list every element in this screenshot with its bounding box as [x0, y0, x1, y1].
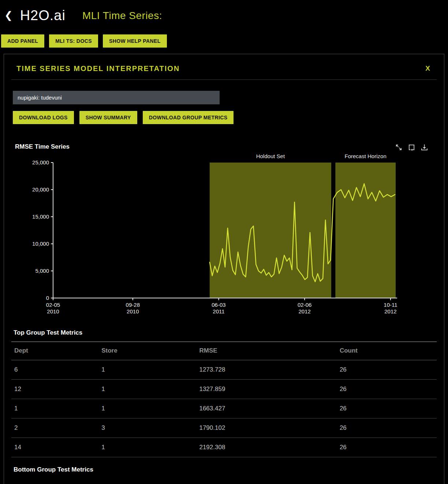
panel-title: TIME SERIES MODEL INTERPRETATION [16, 64, 180, 73]
table-cell: 1 [98, 360, 196, 379]
reset-axes-icon[interactable] [407, 143, 416, 152]
table-cell: 12 [11, 379, 98, 399]
download-group-metrics-button[interactable]: DOWNLOAD GROUP METRICS [143, 111, 234, 124]
back-icon[interactable]: ❮ [4, 11, 13, 21]
rmse-time-series-chart[interactable]: Holdout SetForecast Horizon05,00010,0001… [11, 152, 436, 314]
table-row: 611273.72826 [11, 360, 437, 379]
column-header: Store [98, 342, 196, 360]
chart-modebar [395, 143, 429, 152]
column-header: Count [337, 342, 437, 360]
page-title: MLI Time Series: [82, 10, 162, 22]
y-tick-label: 5,000 [35, 268, 49, 274]
top-toolbar: ADD PANEL MLI TS: DOCS SHOW HELP PANEL [1, 34, 448, 48]
show-help-panel-button[interactable]: SHOW HELP PANEL [103, 34, 167, 48]
x-tick-label-date: 02-05 [46, 302, 60, 308]
column-header: RMSE [196, 342, 336, 360]
chart-region-label: Holdout Set [256, 153, 285, 159]
x-tick-label-date: 09-28 [126, 302, 140, 308]
x-tick-label-year: 2012 [299, 308, 311, 314]
table-cell: 1790.102 [196, 418, 336, 438]
rmse-chart-block: RMSE Time Series [11, 143, 437, 314]
time-series-interpretation-panel: TIME SERIES MODEL INTERPRETATION X DOWNL… [4, 54, 444, 484]
x-tick-label-year: 2010 [47, 308, 59, 314]
table-cell: 26 [337, 360, 437, 379]
group-search-input[interactable] [13, 91, 220, 104]
x-tick-label-year: 2011 [213, 308, 224, 314]
show-summary-button[interactable]: SHOW SUMMARY [79, 111, 137, 124]
chart-region [335, 163, 396, 298]
y-tick-label: 0 [46, 295, 49, 301]
table-cell: 1327.859 [196, 379, 336, 399]
y-tick-label: 20,000 [32, 186, 49, 193]
table-cell: 1663.427 [196, 399, 336, 418]
table-row: 111663.42726 [11, 399, 437, 418]
table-cell: 6 [11, 360, 98, 379]
panel-header: TIME SERIES MODEL INTERPRETATION X [11, 62, 437, 80]
table-row: 231790.10226 [11, 418, 437, 438]
table-header-row: DeptStoreRMSECount [11, 342, 437, 360]
app-header: ❮ H2O.ai MLI Time Series: [0, 0, 448, 31]
y-tick-label: 10,000 [32, 241, 49, 247]
table-cell: 1 [98, 379, 196, 399]
panel-actions: DOWNLOAD LOGS SHOW SUMMARY DOWNLOAD GROU… [13, 111, 437, 124]
table-cell: 1 [98, 399, 196, 418]
top-metrics-title: Top Group Test Metrics [14, 329, 437, 336]
table-cell: 26 [337, 418, 437, 438]
table-cell: 1 [11, 399, 98, 418]
x-tick-label-date: 06-03 [212, 302, 225, 308]
table-cell: 26 [337, 438, 437, 457]
y-tick-label: 25,000 [32, 159, 49, 165]
download-logs-button[interactable]: DOWNLOAD LOGS [13, 111, 74, 124]
table-row: 1412192.30826 [11, 438, 437, 457]
table-cell: 14 [11, 438, 98, 457]
x-tick-label-year: 2010 [127, 308, 139, 314]
chart-title: RMSE Time Series [15, 143, 70, 150]
table-row: 1211327.85926 [11, 379, 437, 399]
x-tick-label-year: 2012 [384, 308, 396, 314]
chart-header: RMSE Time Series [15, 143, 429, 152]
y-tick-label: 15,000 [32, 213, 49, 220]
top-group-metrics-table: DeptStoreRMSECount 611273.728261211327.8… [11, 342, 437, 457]
table-cell: 3 [98, 418, 196, 438]
x-tick-label-date: 02-06 [298, 302, 311, 308]
chart-region-label: Forecast Horizon [345, 153, 387, 159]
table-cell: 1 [98, 438, 196, 457]
column-header: Dept [11, 342, 98, 360]
table-cell: 26 [337, 379, 437, 399]
download-chart-icon[interactable] [420, 143, 429, 152]
table-cell: 1273.728 [196, 360, 336, 379]
table-cell: 2 [11, 418, 98, 438]
bottom-metrics-title: Bottom Group Test Metrics [14, 466, 437, 473]
mli-ts-docs-button[interactable]: MLI TS: DOCS [49, 34, 98, 48]
table-cell: 26 [337, 399, 437, 418]
add-panel-button[interactable]: ADD PANEL [1, 34, 44, 48]
table-cell: 2192.308 [196, 438, 336, 457]
close-panel-button[interactable]: X [423, 64, 432, 72]
app-logo[interactable]: H2O.ai [20, 8, 66, 23]
x-tick-label-date: 10-11 [384, 302, 397, 308]
autoscale-icon[interactable] [395, 143, 403, 152]
